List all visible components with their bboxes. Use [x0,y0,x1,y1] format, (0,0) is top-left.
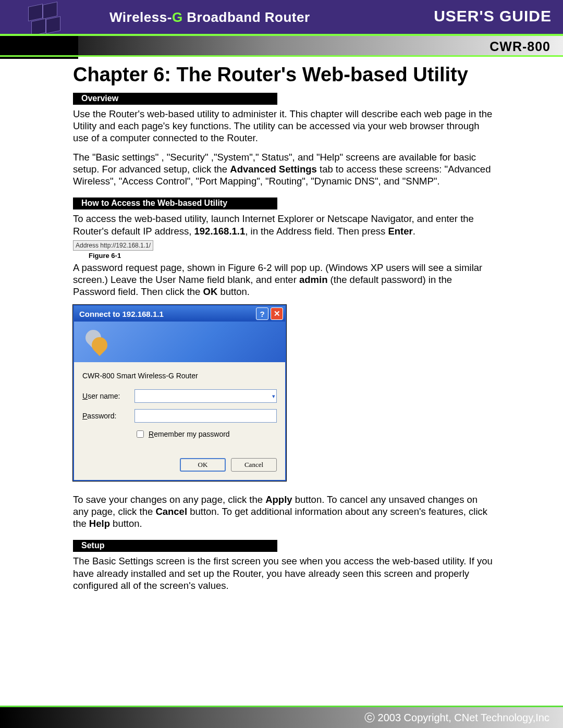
dialog-title-text: Connect to 192.168.1.1 [79,310,164,318]
setup-paragraph: The Basic Settings screen is the first s… [73,555,495,591]
dialog-titlebar: Connect to 192.168.1.1 ? ✕ [74,306,285,322]
model-number: CWR-800 [489,39,550,54]
overview-paragraph-1: Use the Router's web-based utility to ad… [73,108,495,144]
brand-logo: CNet [24,76,48,88]
product-title: Wireless-G Broadband Router [109,9,310,26]
dialog-product-label: CWR-800 Smart Wireless-G Router [82,372,277,380]
p4-admin: admin [299,274,327,285]
dialog-close-icon[interactable]: ✕ [271,307,283,320]
remember-checkbox[interactable] [137,430,144,438]
p4-ok: OK [203,286,218,297]
p5-apply: Apply [265,494,292,505]
p5-a: To save your changes on any page, click … [73,494,265,505]
chapter-title: Chapter 6: The Router's Web-based Utilit… [73,64,495,87]
password-label: Password: [82,412,134,420]
section-overview: Overview [73,93,277,105]
howto-paragraph-2: A password request page, shown in Figure… [73,262,495,298]
dialog-button-row: OK Cancel [82,458,277,472]
p5-g: button. [110,518,142,529]
remember-label: Remember my password [149,430,230,438]
figure-caption-6-1: Figure 6-1 [89,252,495,260]
copyright-text: ⓒ 2003 Copyright, CNet Technology,Inc [364,711,549,725]
logo-cube-icon [25,3,58,36]
login-dialog: Connect to 192.168.1.1 ? ✕ CWR-800 Smart… [73,305,286,481]
dialog-body: CWR-800 Smart Wireless-G Router User nam… [74,362,285,480]
ok-button[interactable]: OK [180,458,226,472]
howto-paragraph-1: To access the web-based utility, launch … [73,213,495,237]
page-footer: ⓒ 2003 Copyright, CNet Technology,Inc [0,706,563,728]
remember-password-row: Remember my password [134,429,277,439]
page-header: CNet Wireless-G Broadband Router USER'S … [0,0,563,60]
product-suffix: Broadband Router [183,9,310,25]
doc-type-label: USER'S GUIDE [434,7,552,25]
p5-help: Help [89,518,110,529]
username-input[interactable]: ▾ [134,389,277,403]
product-g: G [172,9,183,25]
cancel-button[interactable]: Cancel [231,458,277,472]
keys-icon [85,330,111,355]
overview-paragraph-2: The "Basic settings" , "Security" ,"Syst… [73,151,495,187]
p3-e: . [413,226,415,237]
chevron-down-icon[interactable]: ▾ [272,393,275,400]
p4-e: button. [217,286,250,297]
p3-c: , in the Address field. Then press [245,226,388,237]
dialog-banner [74,322,285,362]
username-label: User name: [82,392,134,400]
product-prefix: Wireless- [109,9,172,25]
password-input[interactable] [134,409,277,423]
p3-enter: Enter [388,226,412,237]
model-bar: CWR-800 [78,34,563,57]
address-bar-figure: Address http://192.168.1.1/ [73,240,153,251]
p5-cancel: Cancel [155,506,187,517]
p2-bold: Advanced Settings [230,164,317,175]
dialog-help-icon[interactable]: ? [256,307,268,320]
password-row: Password: [82,409,277,423]
green-divider [0,55,563,57]
section-howto: How to Access the Web-based Utility [73,198,277,209]
username-row: User name: ▾ [82,389,277,403]
p3-ip: 192.168.1.1 [194,226,246,237]
page-content: Chapter 6: The Router's Web-based Utilit… [73,64,495,599]
apply-cancel-help-paragraph: To save your changes on any page, click … [73,493,495,529]
section-setup: Setup [73,540,277,552]
